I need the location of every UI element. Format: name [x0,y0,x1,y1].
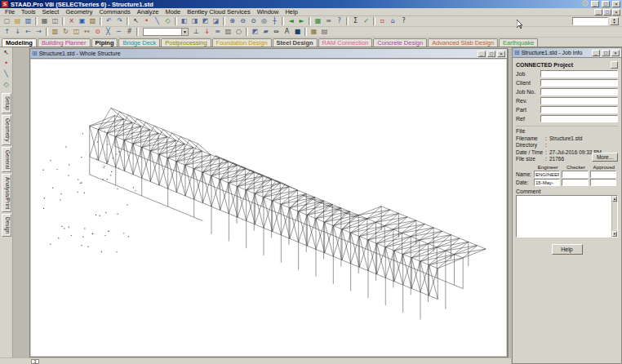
chevron-down-icon[interactable]: ▼ [181,29,188,35]
app-maximize-button[interactable]: □ [602,1,610,7]
menu-help[interactable]: Help [282,8,300,16]
workflow-tab-ram-connection[interactable]: RAM Connection [318,38,373,47]
redo-icon[interactable]: ↷ [114,16,125,26]
toolbar-spinner[interactable]: ▲▼ [610,17,619,25]
field-input-client[interactable] [540,79,618,87]
menu-select[interactable]: Select [39,8,63,16]
grid-toggle-icon[interactable]: ▦ [313,16,323,26]
comment-text[interactable] [518,197,611,236]
rotate-left-icon[interactable]: ← [23,27,33,37]
view-front-icon[interactable]: ◧ [179,16,189,26]
dimension-icon[interactable]: ⇔ [271,27,282,37]
open-file-icon[interactable]: ▤ [12,16,23,26]
new-file-icon[interactable]: ▢ [2,16,12,26]
menu-mode[interactable]: Mode [162,8,184,16]
workflow-tab-foundation-design[interactable]: Foundation Design [212,38,272,47]
job-info-maximize-button[interactable]: □ [602,50,610,56]
pan-icon[interactable]: ┼ [269,16,280,26]
cut-icon[interactable]: × [66,16,77,26]
load-icon[interactable]: ↓ [202,27,212,37]
whole-structure-titlebar[interactable]: ⊞ Structure1.std - Whole Structure _ □ × [30,49,507,59]
job-info-titlebar[interactable]: ⊞ Structure1.std - Job Info _ □ × [513,48,621,58]
structure-close-button[interactable]: × [497,51,505,57]
help-button[interactable]: Help [552,244,583,255]
menu-commands[interactable]: Commands [96,8,133,16]
page-tab-design[interactable]: Design [2,214,11,237]
page-tab-setup[interactable]: Setup [2,93,11,113]
page-tab-analysis-print[interactable]: Analysis/Print [2,174,11,212]
structure-maximize-button[interactable]: □ [487,51,495,57]
beam-cursor-icon[interactable]: ╲ [152,16,162,26]
snap-node-icon[interactable]: ▫ [377,16,388,26]
field-input-job-no[interactable] [540,88,618,95]
rotate-up-icon[interactable]: ↑ [2,27,12,37]
workflow-tab-piping[interactable]: Piping [91,38,118,47]
circular-repeat-icon[interactable]: ↻ [60,27,71,37]
node-cursor-icon[interactable]: • [141,16,152,26]
zoom-window-icon[interactable]: ⊙ [248,16,259,26]
signoff-input-checker-date[interactable] [562,179,588,186]
signoff-input-engineer-date[interactable]: 15-May-15 [534,179,560,186]
workflow-tab-building-planner[interactable]: Building Planner [38,38,91,47]
save-icon[interactable]: ▥ [23,16,33,26]
tables-icon[interactable]: ▦ [309,27,319,37]
reports-icon[interactable]: ▤ [319,27,330,37]
workflow-tab-steel-design[interactable]: Steel Design [273,38,318,47]
signoff-input-engineer-name[interactable]: ENGINEER [534,171,560,178]
menu-bentley-cloud-services[interactable]: Bentley Cloud Services [184,8,254,16]
structure-minimize-button[interactable]: _ [478,51,486,57]
node-tool-icon[interactable]: • [2,59,11,69]
menu-tools[interactable]: Tools [18,8,39,16]
zoom-out-icon[interactable]: ⊖ [238,16,248,26]
connected-project-button[interactable] [611,61,618,69]
comment-box[interactable]: ▲ ▼ [516,195,618,237]
move-icon[interactable]: ↔ [82,27,92,37]
page-tab-geometry[interactable]: Geometry [2,115,11,145]
material-icon[interactable]: ▨ [223,27,233,37]
signoff-input-approved-name[interactable] [590,171,616,178]
menu-analyze[interactable]: Analyze [134,8,162,16]
split-beam-icon[interactable]: ╳ [103,27,113,37]
select-cursor-icon[interactable]: ↖ [131,16,141,26]
run-analysis-icon[interactable]: Σ [350,16,361,26]
previous-view-icon[interactable]: ◄ [286,16,296,26]
print-icon[interactable]: ▦ [39,16,50,26]
query-icon[interactable]: ? [334,16,344,26]
print-preview-icon[interactable]: ◫ [50,16,60,26]
signoff-input-checker-name[interactable] [562,171,588,178]
support-icon[interactable]: ⊥ [191,27,202,37]
spec-icon[interactable]: ○ [233,27,244,37]
workflow-tab-bridge-deck[interactable]: Bridge Deck [118,38,160,47]
annotation-icon[interactable]: A [282,27,292,37]
mirror-icon[interactable]: ◫ [71,27,82,37]
plate-tool-icon[interactable]: ◇ [2,80,11,90]
renumber-icon[interactable]: # [124,27,135,37]
job-info-minimize-button[interactable]: _ [592,50,600,56]
menu-geometry[interactable]: Geometry [62,8,96,16]
insert-node-icon[interactable]: ⊙ [92,27,103,37]
zoom-in-icon[interactable]: ⊕ [227,16,238,26]
workflow-tab-advanced-slab-design[interactable]: Advanced Slab Design [428,38,498,47]
merge-beam-icon[interactable]: ─ [113,27,124,37]
beam-tool-icon[interactable]: ╲ [2,69,11,79]
child-close-button[interactable]: × [612,9,620,16]
help-icon[interactable]: ? [398,16,409,26]
field-input-rev[interactable] [540,97,618,104]
model-canvas[interactable] [31,60,506,356]
translational-repeat-icon[interactable]: ▥ [50,27,60,37]
render-icon[interactable]: ▰ [260,27,271,37]
menu-file[interactable]: File [2,8,18,16]
comment-scrollbar[interactable]: ▲ ▼ [611,196,617,237]
rotate-right-icon[interactable]: → [33,27,44,37]
property-icon[interactable]: ≡ [212,27,223,37]
signoff-input-approved-date[interactable] [590,179,616,186]
structure-wireframe[interactable] [31,60,506,356]
workflow-tab-modeling[interactable]: Modeling [2,38,37,47]
workflow-tab-concrete-design[interactable]: Concrete Design [373,38,427,47]
shade-icon[interactable]: ◩ [250,27,260,37]
next-view-icon[interactable]: ► [296,16,307,26]
setup-mode-icon[interactable]: ↖ [2,48,11,58]
zoom-extents-icon[interactable]: ◎ [259,16,269,26]
workflow-tab-earthquake[interactable]: Earthquake [499,38,538,47]
paste-icon[interactable]: ▧ [87,16,98,26]
